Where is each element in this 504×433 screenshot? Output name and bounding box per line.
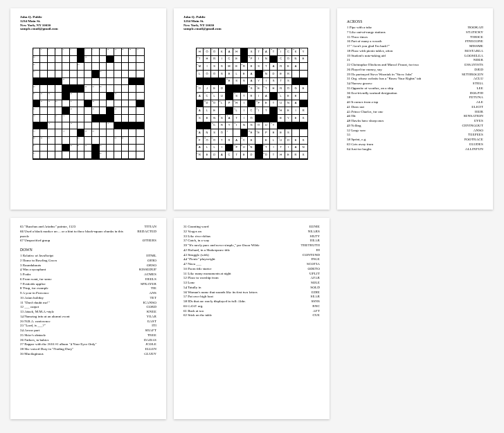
grid-cell — [40, 107, 48, 115]
clue-text: 62 Stick on the table — [183, 313, 309, 318]
cell-number: 10 — [271, 48, 272, 50]
cell-number: 51 — [255, 130, 257, 131]
cell-number: 49 — [226, 130, 228, 131]
grid-cell: T — [270, 151, 278, 159]
cell-letter: O — [213, 73, 215, 75]
grid-cell: 45C — [211, 122, 219, 130]
cell-letter: A — [251, 73, 253, 75]
clue-row: 30 MucilaginousGLUEY — [20, 352, 156, 357]
grid-cell: S — [300, 137, 307, 145]
grid-cell — [62, 56, 70, 64]
cell-number: 23 — [85, 86, 87, 87]
cell-number: 18 — [241, 64, 242, 65]
clue-row: 14 Nametag info at an alumni eventYEAR — [20, 315, 156, 320]
cell-number: 8 — [255, 48, 256, 50]
grid-cell — [62, 151, 70, 159]
grid-cell: 53O — [204, 137, 211, 145]
grid-block — [40, 122, 48, 130]
cell-number: 28 — [211, 93, 213, 94]
grid-cell: N — [292, 56, 300, 64]
grid-cell — [100, 63, 107, 71]
grid-block — [129, 78, 136, 86]
cell-letter: I — [222, 57, 222, 60]
clue-answer: EAST — [147, 320, 156, 324]
grid-block — [136, 100, 144, 108]
cell-letter: P — [228, 102, 231, 104]
grid-cell: 52F — [197, 137, 204, 145]
grid-cell: 12C — [285, 48, 293, 56]
grid-cell — [78, 93, 85, 100]
grid-block — [136, 78, 144, 86]
cell-letter: T — [273, 50, 274, 53]
grid-cell: 20N — [263, 71, 271, 78]
grid-cell: S — [270, 78, 278, 86]
cell-number: 46 — [70, 122, 71, 124]
grid-cell — [122, 56, 129, 64]
grid-cell: C — [278, 56, 285, 64]
grid-cell: S — [241, 78, 249, 86]
clue-answer: III — [316, 248, 320, 253]
cell-letter: O — [213, 102, 215, 104]
grid-cell: T — [233, 115, 241, 122]
grid-cell — [122, 129, 129, 137]
grid-cell: 18R — [241, 63, 249, 71]
cell-number: 5 — [226, 48, 227, 50]
grid-cell: E — [211, 85, 219, 93]
grid-cell — [84, 71, 92, 78]
grid-block — [270, 56, 278, 64]
clue-row: 16 Part of many a wreathPINECONE — [347, 39, 483, 44]
grid-cell — [129, 63, 136, 71]
clue-row: 24 Arrow partSHAFT — [20, 329, 156, 333]
clue-answer: DADAS — [144, 338, 156, 343]
cell-letter: R — [280, 65, 282, 68]
grid-cell — [300, 93, 307, 100]
grid-cell: 4K — [219, 48, 226, 56]
clue-text: 50 Poem title starter — [183, 267, 303, 272]
grid-cell: 60 — [70, 145, 78, 152]
grid-cell: N — [241, 122, 249, 130]
grid-cell: 39 — [114, 107, 122, 115]
cell-letter: I — [258, 109, 259, 112]
clue-text: 57 Put over high heat — [183, 295, 307, 300]
grid-cell: I — [241, 100, 249, 108]
grid-cell: T — [263, 63, 271, 71]
cell-letter: I — [273, 146, 273, 149]
clue-text: 7 Like out-of-range stations — [347, 30, 462, 35]
clue-row: 67 Unspecified groupOTHERS — [20, 239, 156, 243]
clue-row: 53 LoneSOLE — [183, 281, 320, 286]
cell-number: 55 — [78, 137, 79, 138]
grid-cell — [55, 56, 63, 64]
cell-letter: A — [199, 146, 201, 149]
header-block: John Q. Public 1234 Main St. New York, N… — [20, 15, 156, 31]
grid-block — [278, 122, 285, 130]
cell-letter: E — [251, 65, 253, 68]
grid-cell: 22 — [33, 85, 41, 93]
cell-letter: I — [244, 117, 244, 120]
clue-text: 9 A year in Provence — [20, 291, 145, 296]
clue-answer: JCOLE — [145, 342, 156, 347]
grid-cell — [129, 107, 136, 115]
page-filled-grid: John Q. Public 1234 Main St. New York, N… — [174, 8, 330, 210]
cell-number: 51 — [92, 130, 93, 131]
grid-cell: 9 — [100, 48, 107, 56]
clue-text: 11 "Don't doubt me!" — [20, 301, 138, 306]
cell-letter: S — [303, 117, 305, 120]
grid-cell — [107, 78, 114, 86]
clue-row: 27 Rapper with the 2016 #1 album "4 Your… — [20, 342, 156, 347]
clue-row: 31 Counting wordEENIE — [183, 225, 320, 230]
cell-letter: D — [251, 154, 253, 156]
grid-cell — [100, 122, 107, 130]
grid-cell: 22D — [197, 85, 204, 93]
grid-block — [78, 56, 85, 64]
cell-number: 50 — [85, 130, 87, 131]
cell-letter: H — [280, 109, 282, 112]
grid-cell: J — [204, 85, 211, 93]
cell-letter: J — [206, 87, 208, 90]
grid-cell — [48, 71, 55, 78]
grid-cell — [292, 129, 300, 137]
grid-cell: 1 — [33, 48, 41, 56]
grid-cell — [100, 107, 107, 115]
clue-answer: REDACTED — [137, 230, 156, 234]
cell-letter: E — [206, 117, 208, 120]
grid-cell: 48A — [197, 129, 204, 137]
